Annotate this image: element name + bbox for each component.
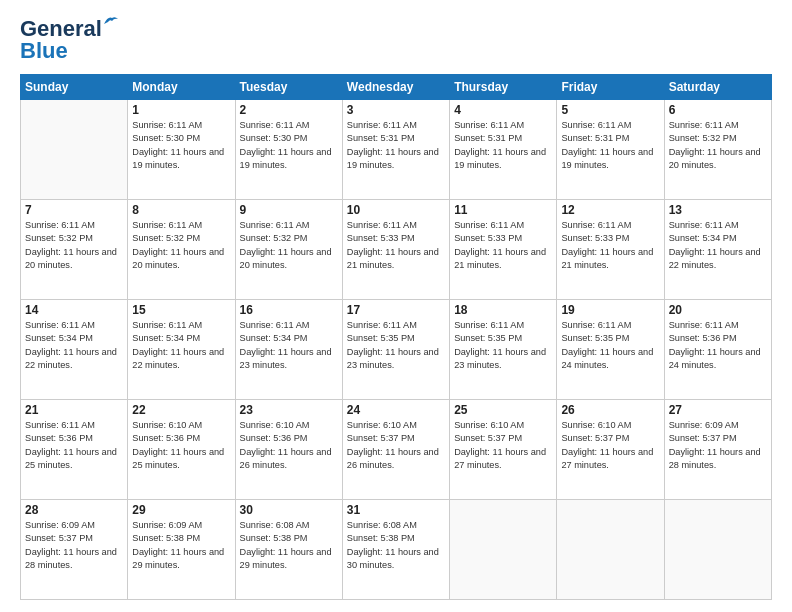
day-number: 2 xyxy=(240,103,338,117)
day-number: 10 xyxy=(347,203,445,217)
calendar-week-row: 7Sunrise: 6:11 AMSunset: 5:32 PMDaylight… xyxy=(21,200,772,300)
day-info: Sunrise: 6:11 AMSunset: 5:36 PMDaylight:… xyxy=(25,419,123,472)
day-info: Sunrise: 6:09 AMSunset: 5:38 PMDaylight:… xyxy=(132,519,230,572)
day-number: 25 xyxy=(454,403,552,417)
weekday-header: Sunday xyxy=(21,75,128,100)
calendar-cell: 3Sunrise: 6:11 AMSunset: 5:31 PMDaylight… xyxy=(342,100,449,200)
day-info: Sunrise: 6:11 AMSunset: 5:32 PMDaylight:… xyxy=(25,219,123,272)
calendar-cell: 28Sunrise: 6:09 AMSunset: 5:37 PMDayligh… xyxy=(21,500,128,600)
day-number: 7 xyxy=(25,203,123,217)
calendar-cell: 21Sunrise: 6:11 AMSunset: 5:36 PMDayligh… xyxy=(21,400,128,500)
day-number: 1 xyxy=(132,103,230,117)
day-number: 11 xyxy=(454,203,552,217)
day-number: 24 xyxy=(347,403,445,417)
logo: General Blue xyxy=(20,16,102,64)
calendar-cell: 20Sunrise: 6:11 AMSunset: 5:36 PMDayligh… xyxy=(664,300,771,400)
calendar-cell: 24Sunrise: 6:10 AMSunset: 5:37 PMDayligh… xyxy=(342,400,449,500)
logo-bird-icon xyxy=(102,14,120,28)
day-number: 12 xyxy=(561,203,659,217)
calendar-cell: 11Sunrise: 6:11 AMSunset: 5:33 PMDayligh… xyxy=(450,200,557,300)
day-info: Sunrise: 6:11 AMSunset: 5:30 PMDaylight:… xyxy=(132,119,230,172)
calendar-cell: 22Sunrise: 6:10 AMSunset: 5:36 PMDayligh… xyxy=(128,400,235,500)
weekday-header: Friday xyxy=(557,75,664,100)
calendar-cell xyxy=(664,500,771,600)
calendar-cell: 8Sunrise: 6:11 AMSunset: 5:32 PMDaylight… xyxy=(128,200,235,300)
day-number: 15 xyxy=(132,303,230,317)
day-number: 30 xyxy=(240,503,338,517)
day-number: 27 xyxy=(669,403,767,417)
day-number: 17 xyxy=(347,303,445,317)
day-info: Sunrise: 6:11 AMSunset: 5:31 PMDaylight:… xyxy=(347,119,445,172)
day-number: 26 xyxy=(561,403,659,417)
calendar-cell xyxy=(557,500,664,600)
day-info: Sunrise: 6:11 AMSunset: 5:32 PMDaylight:… xyxy=(132,219,230,272)
day-number: 4 xyxy=(454,103,552,117)
day-info: Sunrise: 6:08 AMSunset: 5:38 PMDaylight:… xyxy=(240,519,338,572)
calendar-cell: 26Sunrise: 6:10 AMSunset: 5:37 PMDayligh… xyxy=(557,400,664,500)
day-info: Sunrise: 6:11 AMSunset: 5:35 PMDaylight:… xyxy=(561,319,659,372)
day-number: 13 xyxy=(669,203,767,217)
day-info: Sunrise: 6:11 AMSunset: 5:34 PMDaylight:… xyxy=(25,319,123,372)
calendar-header-row: SundayMondayTuesdayWednesdayThursdayFrid… xyxy=(21,75,772,100)
day-info: Sunrise: 6:11 AMSunset: 5:34 PMDaylight:… xyxy=(669,219,767,272)
calendar-cell: 16Sunrise: 6:11 AMSunset: 5:34 PMDayligh… xyxy=(235,300,342,400)
calendar-cell: 4Sunrise: 6:11 AMSunset: 5:31 PMDaylight… xyxy=(450,100,557,200)
calendar-cell: 25Sunrise: 6:10 AMSunset: 5:37 PMDayligh… xyxy=(450,400,557,500)
calendar-table: SundayMondayTuesdayWednesdayThursdayFrid… xyxy=(20,74,772,600)
day-info: Sunrise: 6:11 AMSunset: 5:31 PMDaylight:… xyxy=(561,119,659,172)
day-info: Sunrise: 6:10 AMSunset: 5:36 PMDaylight:… xyxy=(240,419,338,472)
calendar-cell: 18Sunrise: 6:11 AMSunset: 5:35 PMDayligh… xyxy=(450,300,557,400)
logo-general: General xyxy=(20,16,102,41)
calendar-cell xyxy=(21,100,128,200)
day-info: Sunrise: 6:09 AMSunset: 5:37 PMDaylight:… xyxy=(25,519,123,572)
day-number: 21 xyxy=(25,403,123,417)
day-info: Sunrise: 6:10 AMSunset: 5:37 PMDaylight:… xyxy=(561,419,659,472)
day-number: 20 xyxy=(669,303,767,317)
day-info: Sunrise: 6:08 AMSunset: 5:38 PMDaylight:… xyxy=(347,519,445,572)
day-number: 28 xyxy=(25,503,123,517)
day-number: 16 xyxy=(240,303,338,317)
day-info: Sunrise: 6:11 AMSunset: 5:31 PMDaylight:… xyxy=(454,119,552,172)
calendar-week-row: 1Sunrise: 6:11 AMSunset: 5:30 PMDaylight… xyxy=(21,100,772,200)
day-info: Sunrise: 6:10 AMSunset: 5:37 PMDaylight:… xyxy=(347,419,445,472)
day-number: 19 xyxy=(561,303,659,317)
day-info: Sunrise: 6:11 AMSunset: 5:33 PMDaylight:… xyxy=(561,219,659,272)
calendar-cell: 7Sunrise: 6:11 AMSunset: 5:32 PMDaylight… xyxy=(21,200,128,300)
day-number: 8 xyxy=(132,203,230,217)
calendar-cell: 31Sunrise: 6:08 AMSunset: 5:38 PMDayligh… xyxy=(342,500,449,600)
calendar-cell: 6Sunrise: 6:11 AMSunset: 5:32 PMDaylight… xyxy=(664,100,771,200)
calendar-cell: 15Sunrise: 6:11 AMSunset: 5:34 PMDayligh… xyxy=(128,300,235,400)
calendar-cell: 27Sunrise: 6:09 AMSunset: 5:37 PMDayligh… xyxy=(664,400,771,500)
calendar-cell: 5Sunrise: 6:11 AMSunset: 5:31 PMDaylight… xyxy=(557,100,664,200)
calendar-week-row: 21Sunrise: 6:11 AMSunset: 5:36 PMDayligh… xyxy=(21,400,772,500)
day-info: Sunrise: 6:11 AMSunset: 5:32 PMDaylight:… xyxy=(240,219,338,272)
day-number: 29 xyxy=(132,503,230,517)
day-number: 18 xyxy=(454,303,552,317)
calendar-cell: 30Sunrise: 6:08 AMSunset: 5:38 PMDayligh… xyxy=(235,500,342,600)
calendar-cell: 23Sunrise: 6:10 AMSunset: 5:36 PMDayligh… xyxy=(235,400,342,500)
calendar-cell: 9Sunrise: 6:11 AMSunset: 5:32 PMDaylight… xyxy=(235,200,342,300)
day-info: Sunrise: 6:10 AMSunset: 5:37 PMDaylight:… xyxy=(454,419,552,472)
calendar-cell: 29Sunrise: 6:09 AMSunset: 5:38 PMDayligh… xyxy=(128,500,235,600)
day-number: 9 xyxy=(240,203,338,217)
day-number: 14 xyxy=(25,303,123,317)
day-number: 31 xyxy=(347,503,445,517)
calendar-cell: 19Sunrise: 6:11 AMSunset: 5:35 PMDayligh… xyxy=(557,300,664,400)
day-info: Sunrise: 6:11 AMSunset: 5:30 PMDaylight:… xyxy=(240,119,338,172)
day-info: Sunrise: 6:11 AMSunset: 5:33 PMDaylight:… xyxy=(347,219,445,272)
calendar-cell: 17Sunrise: 6:11 AMSunset: 5:35 PMDayligh… xyxy=(342,300,449,400)
calendar-week-row: 14Sunrise: 6:11 AMSunset: 5:34 PMDayligh… xyxy=(21,300,772,400)
calendar-cell: 13Sunrise: 6:11 AMSunset: 5:34 PMDayligh… xyxy=(664,200,771,300)
day-info: Sunrise: 6:10 AMSunset: 5:36 PMDaylight:… xyxy=(132,419,230,472)
day-info: Sunrise: 6:11 AMSunset: 5:35 PMDaylight:… xyxy=(454,319,552,372)
day-number: 3 xyxy=(347,103,445,117)
day-info: Sunrise: 6:09 AMSunset: 5:37 PMDaylight:… xyxy=(669,419,767,472)
calendar-cell: 14Sunrise: 6:11 AMSunset: 5:34 PMDayligh… xyxy=(21,300,128,400)
day-number: 22 xyxy=(132,403,230,417)
calendar-cell: 12Sunrise: 6:11 AMSunset: 5:33 PMDayligh… xyxy=(557,200,664,300)
calendar-cell: 1Sunrise: 6:11 AMSunset: 5:30 PMDaylight… xyxy=(128,100,235,200)
weekday-header: Thursday xyxy=(450,75,557,100)
day-number: 6 xyxy=(669,103,767,117)
day-info: Sunrise: 6:11 AMSunset: 5:35 PMDaylight:… xyxy=(347,319,445,372)
calendar-body: 1Sunrise: 6:11 AMSunset: 5:30 PMDaylight… xyxy=(21,100,772,600)
